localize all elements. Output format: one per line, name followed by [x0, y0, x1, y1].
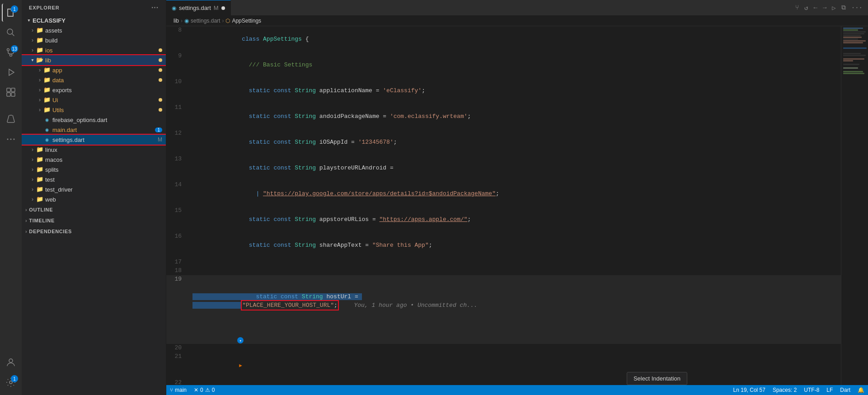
status-spaces[interactable]: Spaces: 2 [769, 385, 800, 395]
str-span: 'com.eclassify.wrteam' [390, 113, 468, 120]
test-driver-folder-icon: 📁 [36, 186, 43, 193]
minimap-line [843, 67, 858, 69]
more-activity-icon[interactable] [2, 130, 20, 148]
sidebar-item-web[interactable]: › 📁 web [22, 194, 166, 204]
line-num: 9 [166, 52, 189, 78]
cursor-icon: ★ [237, 337, 244, 343]
sidebar-item-firebase[interactable]: › ◉ firebase_options.dart [22, 115, 166, 125]
kw-span: static const [249, 293, 302, 300]
line-num: 17 [166, 258, 189, 267]
status-line-col[interactable]: Ln 19, Col 57 [730, 385, 769, 395]
timeline-section-header[interactable]: › TIMELINE [22, 215, 166, 226]
lib-arrow: ▾ [29, 56, 36, 64]
kw-span: static const [242, 113, 295, 120]
str-link-span: "https://apps.apple.com/" [380, 216, 468, 223]
status-errors[interactable]: ✕ 0 ⚠ 0 [190, 385, 218, 395]
line-num: 19 [166, 275, 189, 344]
sidebar-item-build[interactable]: › 📁 build [22, 35, 166, 45]
sidebar-item-macos[interactable]: › 📁 macos [22, 155, 166, 165]
line-content[interactable]: static const String iOSAppId = '12345678… [189, 129, 841, 155]
status-line-ending[interactable]: LF [823, 385, 836, 395]
branch-compare-icon[interactable]: ⑂ [793, 2, 801, 14]
sidebar-item-ios[interactable]: › 📁 ios [22, 45, 166, 55]
language-label: Dart [840, 387, 850, 393]
exports-label: exports [52, 87, 72, 94]
line-content[interactable]: class AppSettings { [189, 26, 841, 52]
test-driver-arrow: › [29, 186, 36, 193]
macos-folder-icon: 📁 [36, 156, 43, 163]
minimap-line [843, 35, 861, 36]
minimap-content [841, 26, 868, 75]
outline-section-header[interactable]: › OUTLINE [22, 204, 166, 215]
timeline-view-icon[interactable]: ↺ [802, 2, 810, 14]
line-content[interactable]: static const String shareAppText = "Shar… [189, 232, 841, 258]
split-editor-icon[interactable]: ⧉ [840, 2, 848, 14]
line-content[interactable]: static const String playstoreURLAndroid … [189, 155, 841, 181]
line-content[interactable]: static const int apiDataLoadLimit = 20; [189, 379, 841, 385]
linux-arrow: › [29, 146, 36, 153]
search-activity-icon[interactable] [2, 24, 20, 42]
line-content[interactable]: | "https://play.google.com/store/apps/de… [189, 181, 841, 207]
sidebar-item-ui[interactable]: › 📁 Ui [22, 95, 166, 105]
web-folder-icon: 📁 [36, 196, 43, 203]
sidebar-item-data[interactable]: › 📁 data [22, 75, 166, 85]
select-indentation-popup[interactable]: Select Indentation [627, 372, 687, 385]
status-language[interactable]: Dart [836, 385, 854, 395]
test-folder-icon: 📁 [36, 176, 43, 183]
code-minimap-wrapper: 8 class AppSettings { 9 /// Basic Settin… [166, 26, 868, 385]
type-span: String [295, 87, 316, 94]
run-tab-icon[interactable]: ▷ [830, 2, 837, 14]
sidebar-item-lib[interactable]: ▾ 📂 lib [22, 55, 166, 65]
sidebar-item-app[interactable]: › 📁 app [22, 65, 166, 75]
go-back-icon[interactable]: ← [812, 2, 819, 14]
code-editor[interactable]: 8 class AppSettings { 9 /// Basic Settin… [166, 26, 841, 385]
files-activity-icon[interactable]: 1 [2, 4, 20, 22]
sidebar-item-splits[interactable]: › 📁 splits [22, 165, 166, 174]
minimap-line [843, 37, 862, 38]
code-table: 8 class AppSettings { 9 /// Basic Settin… [166, 26, 841, 385]
breadcrumb-class[interactable]: ⬡ AppSettings [225, 18, 261, 24]
sidebar-item-assets[interactable]: › 📁 assets [22, 25, 166, 35]
app-dot [159, 68, 162, 72]
status-right: Ln 19, Col 57 Spaces: 2 UTF-8 LF Dart 🔔 [730, 385, 868, 395]
root-folder[interactable]: ▾ ECLASSIFY [22, 15, 166, 25]
settings-dart-tab[interactable]: ◉ settings.dart M [166, 0, 231, 16]
dependencies-section-header[interactable]: › DEPENDENCIES [22, 226, 166, 237]
more-tab-actions[interactable]: ··· [849, 2, 864, 14]
extensions-activity-icon[interactable] [2, 83, 20, 101]
settings-activity-icon[interactable]: 1 [2, 373, 20, 391]
go-forward-icon[interactable]: → [821, 2, 828, 14]
sidebar-item-main-dart[interactable]: › ◉ main.dart 1 [22, 125, 166, 135]
utils-dot [159, 108, 162, 112]
line-content[interactable]: /// Basic Settings [189, 52, 841, 78]
status-branch[interactable]: ⑂ main [166, 385, 190, 395]
source-control-activity-icon[interactable]: 13 [2, 43, 20, 61]
status-encoding[interactable]: UTF-8 [800, 385, 823, 395]
utils-folder-icon: 📁 [43, 106, 51, 113]
minimap-line [843, 53, 861, 54]
linux-folder-icon: 📁 [36, 146, 43, 153]
build-arrow: › [29, 37, 36, 44]
line-content[interactable]: static const String hostUrl = "PLACE_HER… [189, 275, 841, 344]
sidebar-item-utils[interactable]: › 📁 Utils [22, 105, 166, 115]
sidebar-item-settings-dart[interactable]: › ◉ settings.dart M [22, 135, 166, 145]
breadcrumb-lib[interactable]: lib [174, 18, 179, 24]
sidebar-item-test-driver[interactable]: › 📁 test_driver [22, 184, 166, 194]
sidebar-item-test[interactable]: › 📁 test [22, 174, 166, 184]
account-activity-icon[interactable] [2, 353, 20, 371]
sidebar: EXPLORER ··· ▾ ECLASSIFY › 📁 assets › 📁 … [22, 0, 166, 395]
run-activity-icon[interactable] [2, 63, 20, 81]
ios-label: ios [45, 47, 53, 54]
sidebar-item-exports[interactable]: › 📁 exports [22, 85, 166, 95]
line-content[interactable]: static const String appstoreURLios = "ht… [189, 207, 841, 232]
line-content[interactable]: static const String applicationName = 'e… [189, 78, 841, 103]
sidebar-item-linux[interactable]: › 📁 linux [22, 145, 166, 155]
exports-folder-icon: 📁 [43, 86, 51, 94]
breadcrumb-file[interactable]: ◉ settings.dart [184, 18, 220, 24]
table-row: 18 [166, 267, 841, 275]
status-notifications[interactable]: 🔔 [854, 385, 868, 395]
flask-activity-icon[interactable] [2, 110, 20, 128]
sidebar-more-menu[interactable]: ··· [151, 4, 159, 12]
svg-point-10 [14, 139, 15, 140]
line-content[interactable]: static const String andoidPackageName = … [189, 103, 841, 129]
